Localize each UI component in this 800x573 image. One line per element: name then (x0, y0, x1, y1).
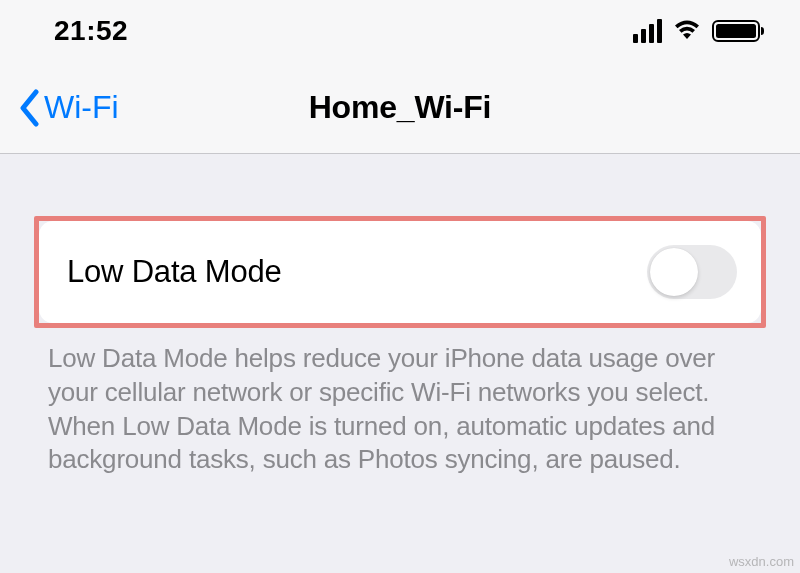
watermark: wsxdn.com (729, 554, 794, 569)
low-data-mode-toggle[interactable] (647, 245, 737, 299)
highlighted-setting: Low Data Mode (34, 216, 766, 328)
chevron-left-icon (18, 89, 40, 127)
status-time: 21:52 (54, 15, 128, 47)
battery-icon (712, 20, 760, 42)
low-data-mode-row[interactable]: Low Data Mode (39, 221, 761, 323)
back-button[interactable]: Wi-Fi (18, 89, 119, 127)
navigation-bar: Wi-Fi Home_Wi-Fi (0, 62, 800, 154)
setting-label: Low Data Mode (67, 254, 282, 290)
status-bar: 21:52 (0, 0, 800, 62)
cellular-icon (633, 19, 662, 43)
content-area: Low Data Mode Low Data Mode helps reduce… (0, 154, 800, 477)
page-title: Home_Wi-Fi (0, 89, 800, 126)
back-label: Wi-Fi (44, 89, 119, 126)
setting-description: Low Data Mode helps reduce your iPhone d… (0, 328, 800, 477)
toggle-knob (650, 248, 698, 296)
wifi-icon (672, 18, 702, 44)
status-icons (633, 18, 760, 44)
